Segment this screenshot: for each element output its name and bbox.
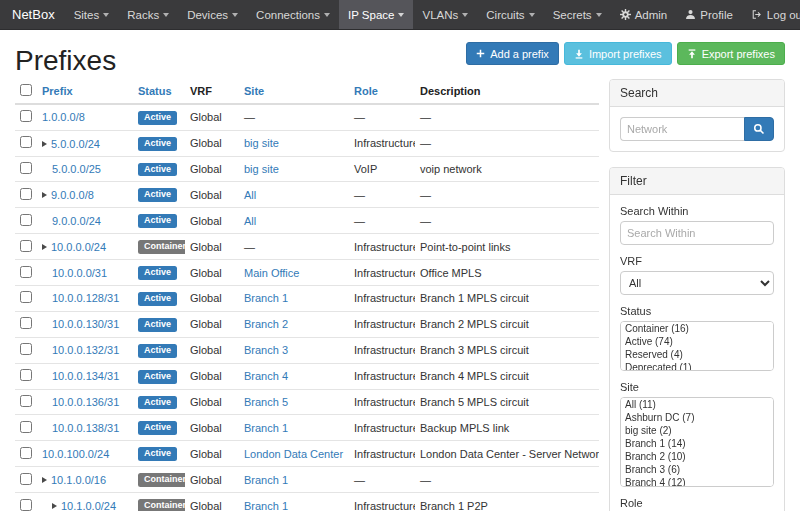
prefix-link[interactable]: 10.0.0.0/31 — [52, 267, 107, 279]
site-option[interactable]: Ashburn DC (7) — [621, 411, 773, 424]
prefix-link[interactable]: 10.1.0.0/16 — [51, 474, 106, 486]
table-row: 10.0.0.0/24ContainerGlobal—Infrastructur… — [15, 234, 599, 260]
row-checkbox[interactable] — [20, 395, 32, 407]
site-link[interactable]: London Data Center — [244, 448, 343, 460]
prefix-link[interactable]: 1.0.0.0/8 — [42, 111, 85, 123]
row-checkbox[interactable] — [20, 162, 32, 174]
site-link[interactable]: big site — [244, 163, 279, 175]
page-header: Prefixes Add a prefixImport prefixesExpo… — [0, 30, 800, 77]
row-checkbox[interactable] — [20, 317, 32, 329]
nav-item-secrets[interactable]: Secrets — [544, 0, 611, 29]
prefix-indent: 10.0.0.132/31 — [42, 344, 119, 356]
site-link[interactable]: All — [244, 189, 256, 201]
site-option[interactable]: Branch 3 (6) — [621, 463, 773, 476]
nav-item-admin[interactable]: Admin — [611, 0, 677, 29]
search-button[interactable] — [744, 117, 774, 141]
column-sort-link[interactable]: Role — [354, 85, 378, 97]
nav-item-ip-space[interactable]: IP Space — [339, 0, 413, 29]
site-option[interactable]: Branch 1 (14) — [621, 437, 773, 450]
prefix-indent: 10.0.0.138/31 — [42, 422, 119, 434]
status-badge: Active — [138, 370, 177, 384]
button-label: Add a prefix — [490, 48, 549, 60]
vrf-cell: Global — [185, 234, 239, 260]
row-checkbox[interactable] — [20, 421, 32, 433]
status-option[interactable]: Deprecated (1) — [621, 361, 773, 371]
import-prefixes-button[interactable]: Import prefixes — [564, 42, 672, 65]
nav-item-connections[interactable]: Connections — [247, 0, 339, 29]
prefix-link[interactable]: 9.0.0.0/24 — [52, 215, 101, 227]
status-badge: Container — [138, 499, 185, 511]
row-checkbox[interactable] — [20, 343, 32, 355]
row-checkbox[interactable] — [20, 214, 32, 226]
column-sort-link[interactable]: Status — [138, 85, 172, 97]
search-within-input[interactable] — [620, 221, 774, 245]
nav-item-vlans[interactable]: VLANs — [413, 0, 477, 29]
status-option[interactable]: Active (74) — [621, 335, 773, 348]
site-option[interactable]: big site (2) — [621, 424, 773, 437]
site-link[interactable]: Branch 3 — [244, 344, 288, 356]
search-input[interactable] — [620, 117, 744, 141]
nav-item-log-out[interactable]: Log out — [742, 0, 800, 29]
prefix-link[interactable]: 9.0.0.0/8 — [51, 189, 94, 201]
select-all-checkbox[interactable] — [20, 84, 32, 96]
site-cell: Branch 1 — [239, 493, 349, 511]
prefix-link[interactable]: 10.0.100.0/24 — [42, 448, 109, 460]
site-link[interactable]: Branch 4 — [244, 370, 288, 382]
row-checkbox[interactable] — [20, 369, 32, 381]
add-a-prefix-button[interactable]: Add a prefix — [466, 42, 559, 65]
row-select-cell — [15, 104, 37, 130]
site-option[interactable]: All (11) — [621, 398, 773, 411]
row-checkbox[interactable] — [20, 291, 32, 303]
site-link[interactable]: Main Office — [244, 267, 299, 279]
row-checkbox[interactable] — [20, 110, 32, 122]
prefix-link[interactable]: 10.0.0.134/31 — [52, 370, 119, 382]
prefix-link[interactable]: 10.0.0.138/31 — [52, 422, 119, 434]
site-link[interactable]: Branch 1 — [244, 500, 288, 511]
prefix-link[interactable]: 10.0.0.130/31 — [52, 318, 119, 330]
row-checkbox[interactable] — [20, 188, 32, 200]
brand-logo[interactable]: NetBox — [8, 0, 65, 29]
site-link[interactable]: Branch 2 — [244, 318, 288, 330]
prefix-link[interactable]: 10.0.0.0/24 — [51, 241, 106, 253]
prefix-link[interactable]: 10.0.0.136/31 — [52, 396, 119, 408]
row-checkbox[interactable] — [20, 240, 32, 252]
vrf-select[interactable]: All — [620, 271, 774, 295]
prefix-cell: 10.0.0.128/31 — [37, 286, 133, 312]
site-link[interactable]: Branch 1 — [244, 474, 288, 486]
row-checkbox[interactable] — [20, 266, 32, 278]
column-sort-link[interactable]: Site — [244, 85, 264, 97]
prefix-link[interactable]: 10.1.0.0/24 — [61, 500, 116, 511]
site-link[interactable]: Branch 1 — [244, 292, 288, 304]
nav-item-racks[interactable]: Racks — [118, 0, 178, 29]
row-checkbox[interactable] — [20, 473, 32, 485]
site-link[interactable]: Branch 5 — [244, 396, 288, 408]
row-checkbox[interactable] — [20, 499, 32, 511]
status-option[interactable]: Reserved (4) — [621, 348, 773, 361]
prefix-link[interactable]: 10.0.0.132/31 — [52, 344, 119, 356]
export-icon — [687, 49, 697, 59]
status-listbox[interactable]: Container (16)Active (74)Reserved (4)Dep… — [620, 321, 774, 371]
site-option[interactable]: Branch 2 (10) — [621, 450, 773, 463]
nav-item-label: Admin — [635, 9, 668, 21]
status-option[interactable]: Container (16) — [621, 322, 773, 335]
prefix-link[interactable]: 5.0.0.0/25 — [52, 163, 101, 175]
export-prefixes-button[interactable]: Export prefixes — [677, 42, 785, 65]
prefix-cell: 10.0.0.0/24 — [37, 234, 133, 260]
nav-item-devices[interactable]: Devices — [178, 0, 247, 29]
site-listbox[interactable]: All (11)Ashburn DC (7)big site (2)Branch… — [620, 397, 774, 487]
prefix-link[interactable]: 5.0.0.0/24 — [51, 138, 100, 150]
site-link[interactable]: big site — [244, 137, 279, 149]
status-badge: Active — [138, 396, 177, 410]
nav-item-profile[interactable]: Profile — [676, 0, 742, 29]
row-checkbox[interactable] — [20, 136, 32, 148]
nav-item-sites[interactable]: Sites — [65, 0, 119, 29]
site-link[interactable]: All — [244, 215, 256, 227]
site-option[interactable]: Branch 4 (12) — [621, 476, 773, 487]
role-cell: Infrastructure — [349, 363, 415, 389]
prefix-link[interactable]: 10.0.0.128/31 — [52, 292, 119, 304]
site-link[interactable]: Branch 1 — [244, 422, 288, 434]
nav-item-circuits[interactable]: Circuits — [477, 0, 543, 29]
status-cell: Container — [133, 467, 185, 493]
column-sort-link[interactable]: Prefix — [42, 85, 73, 97]
row-checkbox[interactable] — [20, 447, 32, 459]
